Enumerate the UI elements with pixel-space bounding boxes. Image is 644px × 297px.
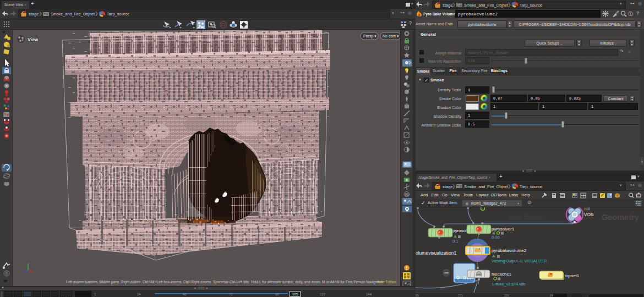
svg-text:Indie Edition: Indie Edition [377, 280, 397, 284]
svg-text:0.1: 0.1 [452, 239, 458, 244]
svg-text:olumevisualization1: olumevisualization1 [416, 250, 456, 256]
svg-text:Persp ▾: Persp ▾ [363, 34, 376, 38]
svg-text:pyrosolver1: pyrosolver1 [492, 227, 515, 232]
svg-text:Left mouse tumbles. Middle pan: Left mouse tumbles. Middle pans. Right d… [66, 280, 384, 284]
svg-text:Indie Edition: Indie Edition [508, 213, 544, 221]
svg-text:filecache1: filecache1 [492, 272, 512, 277]
svg-text:Geometry: Geometry [602, 213, 639, 222]
svg-text:0.06: 0.06 [492, 235, 500, 240]
svg-text:lopnet1: lopnet1 [565, 273, 580, 278]
svg-text:Viewing Output -1: VISUALIZER: Viewing Output -1: VISUALIZER [492, 259, 547, 263]
svg-text:null: null [584, 207, 590, 211]
svg-text:Smoke_v2.$F4.vdb: Smoke_v2.$F4.vdb [492, 282, 525, 287]
svg-text:VDB: VDB [584, 212, 594, 217]
svg-text:View: View [28, 37, 39, 42]
svg-text:No cam ▾: No cam ▾ [383, 34, 399, 38]
svg-text:pyrobakevolume2: pyrobakevolume2 [492, 248, 527, 253]
